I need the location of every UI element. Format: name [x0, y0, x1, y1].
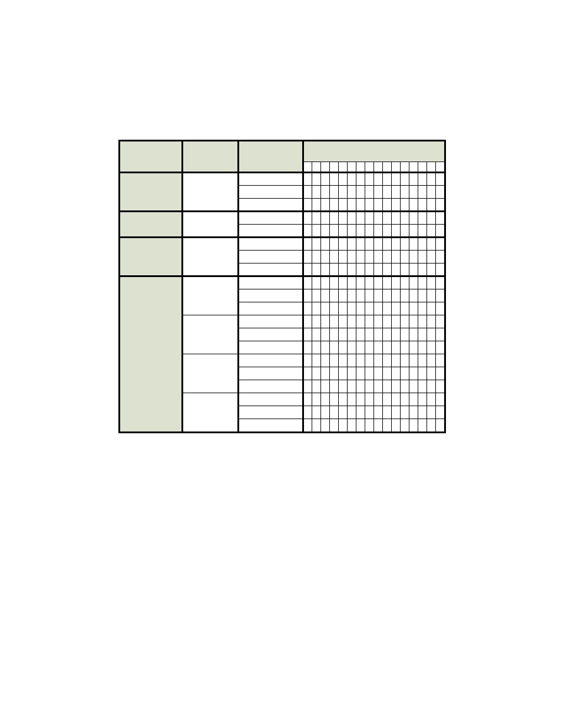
- section-2-c2-1: [238, 224, 303, 237]
- header-cell-1: [182, 141, 238, 162]
- section-4-sub3-c2-1: [238, 406, 303, 419]
- grid-row: [304, 393, 445, 406]
- section-3-c2-1: [238, 250, 303, 263]
- grid-row: [304, 406, 445, 419]
- section-2-row-1: [120, 211, 444, 224]
- section-4-sub0-row-1: [120, 276, 444, 289]
- header-row-1: [120, 141, 444, 162]
- grid-row: [304, 251, 445, 263]
- section-2-c1: [182, 211, 238, 237]
- section-3-c2-0: [238, 237, 303, 250]
- grid-row: [304, 315, 445, 328]
- grid-row: [304, 354, 445, 367]
- section-4-sub1-c2-2: [238, 341, 303, 354]
- grid-row: [304, 328, 445, 341]
- grid-row: [304, 186, 445, 198]
- section-1-c2-1: [238, 185, 303, 198]
- section-3-c1: [182, 237, 238, 276]
- header-cell-2: [238, 141, 303, 162]
- section-4-sub0-c2-2: [238, 302, 303, 315]
- section-1-c2-0: [238, 172, 303, 185]
- section-2-label: [120, 211, 182, 237]
- grid-row: [304, 341, 445, 354]
- section-4-sub0-c2-1: [238, 289, 303, 302]
- section-4-sub1-c2-1: [238, 328, 303, 341]
- header-cell-0: [120, 141, 182, 162]
- section-4-sub2-c2-0: [238, 354, 303, 367]
- section-4-sub2-c2-1: [238, 367, 303, 380]
- section-1-row-1: [120, 172, 444, 185]
- grid-row: [304, 263, 445, 275]
- grid-row: [304, 380, 445, 393]
- section-4-label: [120, 276, 182, 431]
- grid-row: [304, 289, 445, 302]
- section-1-c2-2: [238, 198, 303, 211]
- grid-row: [304, 199, 445, 210]
- section-4-sub3-c1: [182, 393, 238, 431]
- grid-row: [304, 367, 445, 380]
- header-row-2: [120, 162, 444, 172]
- data-table: [118, 140, 446, 433]
- header-grid-row: [304, 162, 445, 172]
- grid-row: [304, 225, 445, 236]
- grid-row: [304, 302, 445, 315]
- section-4-sub0-c2-0: [238, 276, 303, 289]
- section-3-c2-2: [238, 263, 303, 276]
- section-4-sub2-c1: [182, 354, 238, 393]
- grid-row: [304, 212, 445, 224]
- grid-row: [304, 173, 445, 185]
- section-4-sub0-c1: [182, 276, 238, 315]
- section-4-sub1-c2-0: [238, 315, 303, 328]
- section-1-c1: [182, 172, 238, 211]
- section-4-sub1-c1: [182, 315, 238, 354]
- section-4-sub2-c2-2: [238, 380, 303, 393]
- header-cell-3: [303, 141, 444, 162]
- section-4-sub3-c2-0: [238, 393, 303, 406]
- grid-row: [304, 419, 445, 432]
- section-3-row-1: [120, 237, 444, 250]
- grid-row: [304, 277, 445, 289]
- section-2-c2-0: [238, 211, 303, 224]
- section-4-sub3-c2-2: [238, 419, 303, 431]
- section-1-label: [120, 172, 182, 211]
- grid-row: [304, 238, 445, 250]
- section-3-label: [120, 237, 182, 276]
